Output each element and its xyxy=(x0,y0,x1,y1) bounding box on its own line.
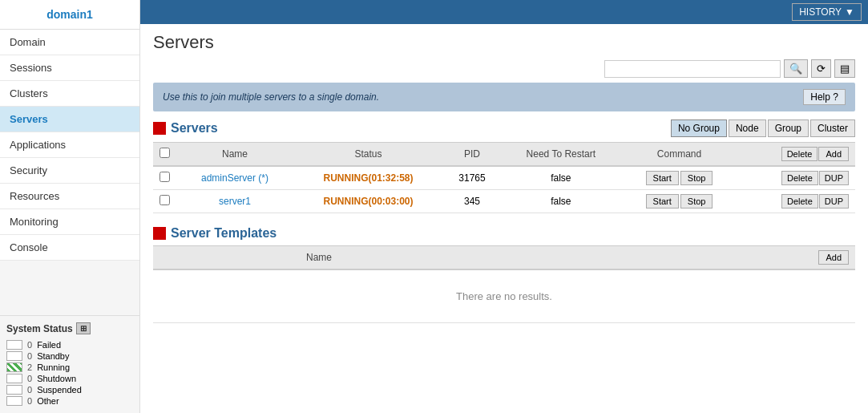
table-header-status: Status xyxy=(293,143,443,167)
row1-pid: 31765 xyxy=(443,166,501,190)
status-row-suspended: 0 Suspended xyxy=(6,384,133,395)
row2-delete-button[interactable]: Delete xyxy=(781,194,818,209)
row1-actions: Delete DUP xyxy=(737,166,855,190)
system-status-title: System Status ⊞ xyxy=(6,322,133,334)
status-label-shutdown: Shutdown xyxy=(37,374,76,383)
sidebar-item-servers[interactable]: Servers xyxy=(0,107,139,132)
status-box-shutdown xyxy=(6,374,22,383)
help-icon: ? xyxy=(833,91,838,103)
page-title: Servers xyxy=(153,32,855,53)
topbar: HISTORY ▼ xyxy=(140,0,868,24)
status-row-other: 0 Other xyxy=(6,395,133,407)
sidebar-item-console[interactable]: Console xyxy=(0,235,139,261)
history-button[interactable]: HISTORY ▼ xyxy=(792,3,862,21)
delete-header-button[interactable]: Delete xyxy=(781,147,818,161)
no-results-row: There are no results. xyxy=(153,269,855,323)
sidebar: domain1 Domain Sessions Clusters Servers… xyxy=(0,0,140,413)
nogroup-button[interactable]: No Group xyxy=(671,119,727,137)
row1-status: RUNNING(01:32:58) xyxy=(293,166,443,190)
table-header-name: Name xyxy=(176,143,293,167)
row2-pid: 345 xyxy=(443,190,501,213)
status-row-failed: 0 Failed xyxy=(6,339,133,350)
status-label-other: Other xyxy=(37,396,59,406)
system-status-icon[interactable]: ⊞ xyxy=(76,322,91,334)
row2-check xyxy=(153,190,176,213)
table-header-pid: PID xyxy=(443,143,501,167)
add-server-button[interactable]: Add xyxy=(818,147,849,161)
status-box-standby xyxy=(6,351,22,361)
content-area: Servers 🔍 ⟳ ▤ Use this to join multiple … xyxy=(140,24,868,413)
main-content: HISTORY ▼ Servers 🔍 ⟳ ▤ Use this to join… xyxy=(140,0,868,413)
table-header-check xyxy=(153,143,176,167)
help-button[interactable]: Help ? xyxy=(803,89,846,105)
row2-command: Start Stop xyxy=(621,190,738,213)
row1-need-restart: false xyxy=(501,166,621,190)
select-all-checkbox[interactable] xyxy=(159,148,170,158)
node-button[interactable]: Node xyxy=(729,119,766,137)
no-results-cell: There are no results. xyxy=(153,269,855,323)
row1-command: Start Stop xyxy=(621,166,738,190)
sidebar-item-sessions[interactable]: Sessions xyxy=(0,55,139,81)
status-count-standby: 0 xyxy=(27,351,32,361)
status-row-shutdown: 0 Shutdown xyxy=(6,373,133,384)
status-count-failed: 0 xyxy=(27,340,32,350)
status-count-running: 2 xyxy=(27,362,32,372)
row2-need-restart: false xyxy=(501,190,621,213)
sidebar-item-resources[interactable]: Resources xyxy=(0,184,139,209)
sidebar-item-security[interactable]: Security xyxy=(0,158,139,184)
row2-checkbox[interactable] xyxy=(159,195,170,205)
search-input[interactable] xyxy=(604,60,781,78)
row1-checkbox[interactable] xyxy=(159,172,170,182)
templates-title: Server Templates xyxy=(153,226,277,241)
group-button[interactable]: Group xyxy=(768,119,809,137)
sidebar-item-monitoring[interactable]: Monitoring xyxy=(0,209,139,235)
no-results-text: There are no results. xyxy=(159,274,849,318)
status-count-suspended: 0 xyxy=(27,385,32,395)
templates-header-actions: Add xyxy=(485,246,855,270)
customize-button[interactable]: ▤ xyxy=(834,59,855,78)
row2-dup-button[interactable]: DUP xyxy=(819,194,849,209)
status-label-running: Running xyxy=(37,362,70,372)
status-box-suspended xyxy=(6,385,22,395)
history-dropdown-icon: ▼ xyxy=(845,6,854,18)
status-label-standby: Standby xyxy=(37,351,69,361)
cluster-button[interactable]: Cluster xyxy=(810,119,855,137)
templates-section-header: Server Templates xyxy=(153,226,855,241)
row2-name[interactable]: server1 xyxy=(176,190,293,213)
row1-start-button[interactable]: Start xyxy=(646,171,679,185)
servers-title: Servers xyxy=(153,121,218,136)
status-count-other: 0 xyxy=(27,396,32,406)
servers-icon xyxy=(153,122,166,135)
system-status-panel: System Status ⊞ 0 Failed 0 Standby 2 Run… xyxy=(0,315,139,413)
refresh-button[interactable]: ⟳ xyxy=(811,59,831,78)
add-template-button[interactable]: Add xyxy=(818,250,849,265)
status-label-failed: Failed xyxy=(37,340,61,350)
sidebar-item-applications[interactable]: Applications xyxy=(0,132,139,158)
table-row: server1 RUNNING(00:03:00) 345 false Star… xyxy=(153,190,855,213)
templates-header-name: Name xyxy=(153,246,485,270)
templates-table: Name Add There are no results. xyxy=(153,245,855,323)
table-row: adminServer (*) RUNNING(01:32:58) 31765 … xyxy=(153,166,855,190)
table-header-actions: Delete Add xyxy=(737,143,855,167)
row1-delete-button[interactable]: Delete xyxy=(781,171,818,185)
sidebar-nav: Domain Sessions Clusters Servers Applica… xyxy=(0,30,139,315)
row2-status: RUNNING(00:03:00) xyxy=(293,190,443,213)
search-button[interactable]: 🔍 xyxy=(784,59,808,78)
status-label-suspended: Suspended xyxy=(37,385,82,395)
row1-name[interactable]: adminServer (*) xyxy=(176,166,293,190)
status-count-shutdown: 0 xyxy=(27,374,32,383)
row2-start-button[interactable]: Start xyxy=(646,194,679,209)
servers-section-header: Servers No Group Node Group Cluster xyxy=(153,119,855,137)
row2-stop-button[interactable]: Stop xyxy=(680,194,713,209)
status-box-other xyxy=(6,396,22,406)
row1-dup-button[interactable]: DUP xyxy=(819,171,849,185)
table-header-command: Command xyxy=(621,143,738,167)
sidebar-item-domain[interactable]: Domain xyxy=(0,30,139,55)
servers-group-actions: No Group Node Group Cluster xyxy=(671,119,855,137)
status-row-running: 2 Running xyxy=(6,362,133,373)
sidebar-item-clusters[interactable]: Clusters xyxy=(0,81,139,107)
domain-title[interactable]: domain1 xyxy=(0,0,139,30)
info-text: Use this to join multiple servers to a s… xyxy=(163,91,379,103)
row1-stop-button[interactable]: Stop xyxy=(680,171,713,185)
status-box-running xyxy=(6,362,22,372)
